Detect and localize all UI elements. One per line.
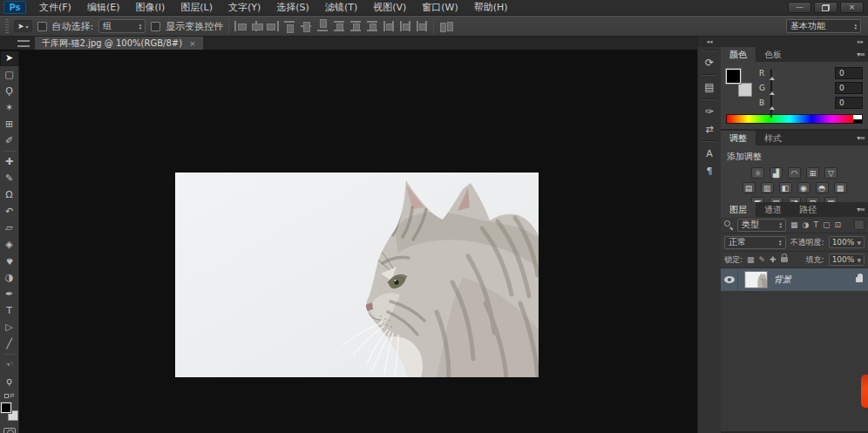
crop-tool[interactable]: ⊞ [0,116,19,132]
menu-filter[interactable]: 滤镜(T) [317,0,365,16]
align-top-edges-button[interactable] [284,21,295,31]
tab-adjustments[interactable]: 调整 [721,131,756,145]
red-value-field[interactable]: 0 [835,67,863,79]
menu-window[interactable]: 窗口(W) [414,0,465,16]
photo-filter-icon[interactable]: ◉ [797,182,810,193]
tab-color[interactable]: 颜色 [721,47,756,62]
distribute-top-edges-button[interactable] [334,21,345,31]
lasso-tool[interactable]: Ϙ [0,83,19,99]
foreground-color-swatch[interactable] [1,403,11,413]
history-brush-tool[interactable]: ↶ [0,203,19,220]
slider-marker[interactable] [770,106,775,110]
show-transform-checkbox[interactable] [151,22,160,31]
zoom-tool[interactable]: ϙ [0,373,19,389]
tab-overflow-icon[interactable] [17,40,30,47]
align-right-edges-button[interactable] [268,21,279,31]
brightness-contrast-icon[interactable]: ☼ [751,167,764,179]
align-horizontal-centers-button[interactable] [251,21,262,31]
move-tool[interactable]: ➤ [0,50,19,66]
canvas-area[interactable] [19,50,697,433]
clone-stamp-tool[interactable]: Ω [0,186,19,203]
path-selection-tool[interactable]: ▷ [0,319,19,335]
spectrum-gradient[interactable] [727,115,853,123]
blue-value-field[interactable]: 0 [835,97,863,109]
filter-shape-layers-icon[interactable]: ▢ [823,220,831,229]
history-panel-icon[interactable]: ⟳ [699,54,720,71]
tab-channels[interactable]: 通道 [756,202,790,217]
type-tool[interactable]: T [0,302,19,319]
menu-file[interactable]: 文件(F) [31,0,79,16]
color-lookup-icon[interactable]: ▦ [834,182,847,193]
slider-marker[interactable] [770,77,775,80]
menu-layer[interactable]: 图层(L) [173,0,220,16]
collapse-panels-icon[interactable]: ▸▸ [721,37,868,47]
auto-align-layers-button[interactable] [439,21,454,31]
restore-button[interactable] [814,2,837,13]
filter-smart-objects-icon[interactable]: ⊡ [834,220,841,229]
exposure-icon[interactable]: ⊞ [806,167,819,179]
lock-image-pixels-icon[interactable]: ✎ [759,255,766,264]
align-bottom-edges-button[interactable] [317,21,329,31]
channel-mixer-icon[interactable]: ◓ [816,182,829,193]
brush-tool[interactable]: ✎ [0,170,19,186]
spectrum-bw-swatch[interactable] [853,115,862,123]
filter-adjustment-layers-icon[interactable]: ◑ [803,220,810,229]
close-button[interactable]: × [840,2,864,13]
foreground-color-swatch[interactable] [726,69,741,84]
tab-swatches[interactable]: 色板 [756,47,790,62]
document-tab[interactable]: 千库网-猫2.jpg @ 100%(RGB/8#) × [35,37,203,50]
layer-visibility-cell[interactable] [721,268,738,291]
actions-panel-icon[interactable]: ▤ [699,78,720,96]
panel-menu-icon[interactable]: ▾≡ [857,51,865,58]
layer-thumbnail[interactable] [744,271,768,288]
clone-source-panel-icon[interactable]: ⇄ [699,120,720,138]
blur-tool[interactable]: ♠ [0,253,19,269]
menu-select[interactable]: 选择(S) [268,0,317,16]
filter-type-dropdown[interactable]: 类型 [737,219,786,232]
default-swap-colors[interactable]: ⇄ [4,392,15,399]
filter-type-layers-icon[interactable]: T [813,220,818,229]
slider-marker[interactable] [770,91,775,95]
green-value-field[interactable]: 0 [835,82,863,94]
hand-tool[interactable]: ☜ [0,356,19,373]
quick-mask-button[interactable] [3,428,16,433]
expand-panels-icon[interactable]: ◂◂ [698,37,721,47]
panel-menu-icon[interactable]: ▾≡ [857,134,865,142]
brush-panel-icon[interactable]: ✑ [699,103,720,120]
distribute-left-edges-button[interactable] [383,21,395,31]
auto-select-dropdown[interactable]: 组 [98,19,146,33]
levels-icon[interactable]: ▟ [770,167,783,179]
pen-tool[interactable]: ✒ [0,286,19,302]
black-white-icon[interactable]: ◧ [779,182,792,193]
minimize-button[interactable]: — [788,2,811,13]
menu-view[interactable]: 视图(V) [365,0,414,16]
tab-close-icon[interactable]: × [189,39,196,48]
eraser-tool[interactable]: ▱ [0,220,19,236]
distribute-horizontal-centers-button[interactable] [400,21,411,31]
lock-position-icon[interactable]: ✚ [770,255,776,264]
color-spectrum-ramp[interactable] [726,114,863,124]
paragraph-panel-icon[interactable]: ¶ [699,162,720,179]
curves-icon[interactable]: ◠ [788,167,801,179]
panel-menu-icon[interactable]: ▾≡ [857,206,865,213]
lock-transparent-pixels-icon[interactable]: ▦ [747,255,755,264]
marquee-tool[interactable]: ▢ [0,66,19,83]
menu-type[interactable]: 文字(Y) [220,0,268,16]
tab-layers[interactable]: 图层 [721,202,756,217]
eyedropper-tool[interactable]: ✐ [0,132,19,149]
fill-dropdown[interactable]: 100% ▼ [829,254,865,266]
tab-paths[interactable]: 路径 [790,202,825,217]
align-vertical-centers-button[interactable] [301,21,312,31]
tab-styles[interactable]: 样式 [756,131,790,145]
menu-help[interactable]: 帮助(H) [466,0,516,16]
hue-saturation-icon[interactable]: ▤ [743,182,756,193]
color-balance-icon[interactable]: ▥ [761,182,774,193]
background-color-swatch[interactable] [738,83,752,97]
options-bar-grip[interactable] [5,19,9,33]
distribute-bottom-edges-button[interactable] [367,21,378,31]
character-panel-icon[interactable]: A [699,145,720,162]
dodge-tool[interactable]: ◑ [0,269,19,286]
healing-brush-tool[interactable]: ✚ [0,153,19,170]
auto-select-checkbox[interactable] [37,22,47,31]
current-tool-button[interactable]: ➤ ▾ [14,20,32,32]
